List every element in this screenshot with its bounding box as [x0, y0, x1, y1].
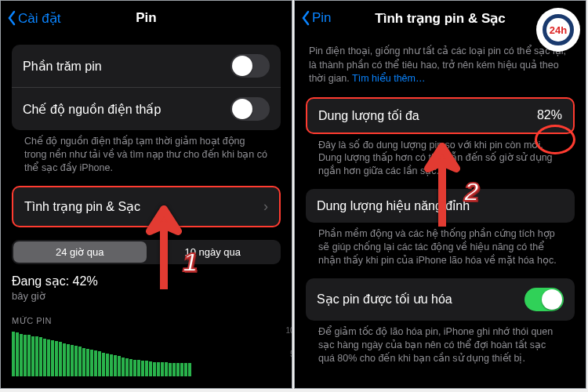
- chart-bar: [176, 363, 180, 376]
- chart-bar: [51, 340, 54, 376]
- max-capacity-value: 82%: [537, 108, 562, 122]
- tick-50: 50%: [290, 350, 292, 358]
- logo-text: 24h: [543, 14, 574, 45]
- optimized-charging-description: Để giảm tốc độ lão hóa pin, iPhone ghi n…: [306, 321, 575, 376]
- row-optimized-charging[interactable]: Sạc pin được tối ưu hóa: [306, 278, 575, 321]
- charging-subtitle: bây giờ: [12, 290, 281, 302]
- chart-bar: [149, 361, 152, 376]
- chart-bar: [98, 351, 101, 376]
- chart-bar: [55, 341, 58, 376]
- chart-bar: [118, 356, 121, 376]
- chevron-right-icon: ›: [263, 198, 268, 215]
- learn-more-link[interactable]: Tìm hiểu thêm…: [352, 73, 425, 84]
- chart-bar: [90, 350, 93, 376]
- chart-bar: [67, 344, 70, 376]
- chart-bar: [31, 336, 34, 376]
- back-button[interactable]: Pin: [301, 10, 332, 26]
- chart-bar: [165, 362, 168, 376]
- chart-bar: [157, 362, 160, 376]
- row-label: Phần trăm pin: [23, 59, 102, 74]
- chart-bar: [59, 342, 62, 376]
- row-low-power[interactable]: Chế độ nguồn điện thấp: [12, 87, 281, 130]
- chart-bar: [78, 347, 82, 376]
- row-label: Sạc pin được tối ưu hóa: [317, 292, 452, 307]
- chart-bar: [102, 353, 105, 376]
- chart-bar: [110, 354, 113, 376]
- chart-bar: [145, 361, 148, 376]
- segment-24h[interactable]: 24 giờ qua: [13, 241, 147, 263]
- chart-bar: [106, 354, 109, 376]
- chart-bar: [71, 345, 74, 376]
- back-label: Cài đặt: [18, 10, 60, 27]
- row-battery-percentage[interactable]: Phần trăm pin: [12, 45, 281, 87]
- chart-bar: [122, 358, 125, 376]
- row-label: Chế độ nguồn điện thấp: [23, 102, 161, 117]
- row-peak-performance[interactable]: Dung lượng hiệu năng đỉnh: [306, 189, 575, 223]
- segmented-control-range[interactable]: 24 giờ qua 10 ngày qua: [12, 240, 281, 264]
- chart-bar: [172, 363, 176, 376]
- chart-bar: [125, 358, 129, 376]
- chart-bar: [169, 363, 172, 376]
- tick-100: 100%: [285, 326, 292, 335]
- low-power-description: Chế độ nguồn điện thấp tạm thời giảm hoạ…: [12, 130, 281, 186]
- chart-bar: [82, 348, 85, 376]
- watermark-logo: 24h: [536, 8, 580, 52]
- chart-bar: [114, 355, 117, 376]
- chart-bar: [16, 332, 19, 376]
- screen-battery-health: Pin Tình trạng pin & Sạc Pin điện thoại,…: [294, 0, 586, 389]
- chart-bar: [39, 337, 42, 376]
- switch-percentage[interactable]: [230, 54, 270, 78]
- chart-bar: [24, 335, 27, 376]
- chart-bar: [188, 363, 191, 376]
- chart-bar: [141, 361, 144, 376]
- chevron-left-icon: [301, 10, 310, 26]
- nav-bar: Cài đặt Pin: [1, 1, 292, 35]
- callout-number-2: 2: [464, 176, 479, 207]
- chart-bar: [161, 362, 164, 376]
- chart-bar: [47, 339, 50, 376]
- switch-optimized-charging[interactable]: [524, 288, 564, 311]
- row-label: Dung lượng tối đa: [318, 108, 419, 123]
- row-label: Tình trạng pin & Sạc: [24, 199, 140, 214]
- row-max-capacity[interactable]: Dung lượng tối đa 82%: [306, 97, 575, 134]
- charging-status: Đang sạc: 42%: [12, 274, 281, 289]
- peak-performance-description: Phần mềm động và các hệ thống phần cứng …: [306, 223, 575, 278]
- back-label: Pin: [312, 10, 332, 26]
- callout-number-1: 1: [183, 247, 198, 278]
- chart-bar: [180, 363, 183, 376]
- switch-low-power[interactable]: [230, 97, 270, 121]
- chart-bar: [63, 343, 66, 376]
- chevron-left-icon: [7, 10, 16, 26]
- back-button[interactable]: Cài đặt: [7, 10, 60, 27]
- chart-bar: [43, 339, 46, 376]
- chart-bar: [35, 336, 38, 376]
- intro-body: Pin điện thoại, giống như tất cả các loạ…: [309, 45, 566, 84]
- chart-title: MỨC PIN: [12, 316, 281, 326]
- chart-bar: [27, 335, 31, 376]
- chart-bar: [12, 332, 15, 376]
- chart-bar: [86, 349, 89, 376]
- chart-bar: [20, 334, 23, 376]
- chart-bar: [184, 363, 187, 376]
- row-label: Dung lượng hiệu năng đỉnh: [317, 198, 470, 213]
- segment-10d[interactable]: 10 ngày qua: [147, 241, 280, 263]
- chart-bar: [74, 346, 78, 376]
- screen-battery-settings: Cài đặt Pin Phần trăm pin Chế độ nguồn đ…: [0, 0, 292, 389]
- chart-bar: [129, 359, 132, 376]
- row-battery-health[interactable]: Tình trạng pin & Sạc ›: [12, 186, 281, 227]
- chart-bar: [137, 360, 140, 376]
- chart-bar: [94, 350, 97, 376]
- chart-bar: [133, 360, 136, 376]
- battery-level-chart: 100% 50%: [12, 329, 281, 376]
- chart-bar: [153, 362, 156, 376]
- highlight-circle: [535, 125, 575, 154]
